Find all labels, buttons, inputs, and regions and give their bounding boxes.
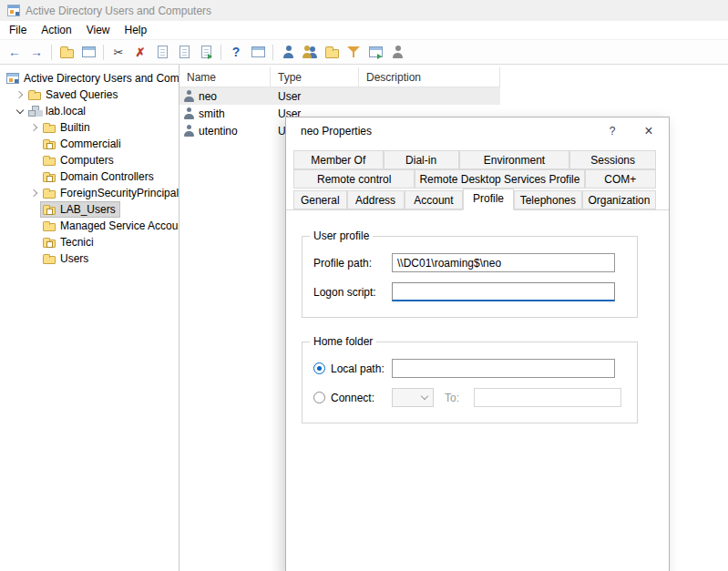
dialog-close-button[interactable]: × [629, 117, 669, 145]
toolbar-separator [51, 45, 52, 60]
column-header-description[interactable]: Description [359, 67, 500, 87]
tree-item-computers[interactable]: Computers [0, 152, 179, 168]
tab-remote-desktop-services-profile[interactable]: Remote Desktop Services Profile [415, 169, 584, 189]
find-button[interactable] [387, 42, 407, 62]
forward-button[interactable]: → [26, 42, 46, 62]
tab-address[interactable]: Address [347, 190, 405, 209]
tree-item-foreign-security-principals[interactable]: ForeignSecurityPrincipals [0, 185, 179, 201]
tab-row-2: Remote control Remote Desktop Services P… [293, 169, 656, 189]
document-icon [158, 46, 168, 58]
chevron-spacer [29, 253, 40, 264]
user-icon [184, 107, 194, 119]
list-cell-name: neo [199, 90, 217, 103]
list-row-neo[interactable]: neo User [179, 87, 500, 105]
console-root-icon [6, 73, 19, 84]
user-icon [184, 125, 194, 137]
cut-button[interactable]: ✂ [108, 42, 128, 62]
toolbar-separator [103, 45, 104, 60]
properties-button[interactable] [152, 42, 172, 62]
local-path-input[interactable] [392, 359, 615, 378]
chevron-right-icon[interactable] [29, 188, 40, 199]
list-cell-name: utentino [199, 125, 238, 138]
drive-letter-combo[interactable] [392, 388, 434, 407]
dialog-help-button[interactable]: ? [596, 117, 629, 145]
tab-organization[interactable]: Organization [582, 190, 656, 209]
column-header-type[interactable]: Type [271, 67, 359, 87]
profile-path-input[interactable] [392, 253, 615, 272]
home-folder-group-title: Home folder [310, 335, 376, 348]
window-arrow-icon [369, 46, 383, 57]
console-tree-pane: Active Directory Users and Com Saved Que… [0, 65, 179, 571]
set-filter-button[interactable] [343, 42, 364, 62]
tab-dial-in[interactable]: Dial-in [384, 150, 459, 169]
new-group-icon [302, 46, 317, 58]
document-icon [179, 46, 190, 58]
connect-to-input[interactable] [474, 388, 621, 407]
tree-item-label: Builtin [60, 121, 90, 134]
tab-com-plus[interactable]: COM+ [585, 169, 656, 189]
tab-profile[interactable]: Profile [463, 189, 514, 210]
chevron-spacer [29, 171, 40, 182]
up-one-level-button[interactable] [56, 42, 77, 62]
chevron-right-icon[interactable] [15, 89, 26, 100]
tree-item-domain-controllers[interactable]: Domain Controllers [0, 168, 179, 185]
tab-row-3: General Address Account Profile Telephon… [293, 189, 656, 209]
tree-item-tecnici[interactable]: Tecnici [0, 234, 179, 250]
logon-script-input[interactable] [392, 282, 615, 301]
menu-help[interactable]: Help [118, 21, 155, 39]
tree-item-root[interactable]: Active Directory Users and Com [0, 70, 179, 87]
new-group-button[interactable] [300, 42, 320, 62]
new-ou-button[interactable] [322, 42, 342, 62]
tree-item-saved-queries[interactable]: Saved Queries [0, 87, 179, 103]
user-profile-group: User profile Profile path: Logon script: [302, 236, 638, 318]
console-window-button[interactable] [248, 42, 268, 62]
menu-view[interactable]: View [79, 21, 118, 39]
back-arrow-icon: ← [8, 46, 21, 58]
app-icon [7, 5, 20, 16]
window-title: Active Directory Users and Computers [26, 5, 211, 17]
connect-radio[interactable] [313, 392, 325, 403]
tree-item-label: Saved Queries [46, 88, 118, 101]
column-header-name[interactable]: Name [179, 67, 271, 87]
tree-item-label: Computers [60, 154, 114, 167]
tab-sessions[interactable]: Sessions [569, 150, 656, 169]
help-button[interactable]: ? [226, 42, 246, 62]
chevron-down-icon[interactable] [15, 106, 26, 117]
tree-item-commerciali[interactable]: Commerciali [0, 136, 179, 152]
new-user-button[interactable] [278, 42, 298, 62]
tree-item-builtin[interactable]: Builtin [0, 119, 179, 136]
refresh-button[interactable] [174, 42, 194, 62]
tab-account[interactable]: Account [405, 190, 464, 209]
folder-icon [60, 49, 74, 58]
user-profile-group-title: User profile [310, 229, 373, 242]
chevron-right-icon[interactable] [29, 122, 40, 133]
document-arrow-icon [201, 46, 211, 58]
tab-general[interactable]: General [293, 190, 347, 209]
tree-item-users[interactable]: Users [0, 250, 179, 267]
window-titlebar[interactable]: Active Directory Users and Computers [0, 0, 728, 21]
new-user-icon [282, 46, 294, 58]
tree-item-managed-service-accounts[interactable]: Managed Service Accoun [0, 218, 179, 234]
menu-action[interactable]: Action [34, 21, 78, 39]
export-list-button[interactable] [196, 42, 216, 62]
chevron-spacer [29, 204, 40, 215]
domain-icon [28, 106, 41, 117]
back-button[interactable]: ← [5, 42, 25, 62]
to-label: To: [445, 392, 467, 404]
help-icon: ? [232, 46, 241, 58]
menu-file[interactable]: File [2, 21, 34, 39]
dialog-titlebar[interactable]: neo Properties ? × [286, 117, 669, 145]
delegate-control-button[interactable] [365, 42, 385, 62]
folder-icon [43, 190, 56, 199]
tab-member-of[interactable]: Member Of [293, 150, 384, 169]
tree-item-lab-local[interactable]: lab.local [0, 103, 179, 119]
organizational-unit-icon [43, 141, 56, 149]
organizational-unit-icon [43, 240, 56, 248]
tab-remote-control[interactable]: Remote control [293, 169, 415, 189]
delete-button[interactable]: ✗ [130, 42, 150, 62]
tab-environment[interactable]: Environment [459, 150, 570, 169]
tab-telephones[interactable]: Telephones [514, 190, 582, 209]
show-console-tree-button[interactable] [78, 42, 98, 62]
tree-item-lab-users[interactable]: LAB_Users [0, 201, 179, 218]
local-path-radio[interactable] [313, 362, 325, 374]
